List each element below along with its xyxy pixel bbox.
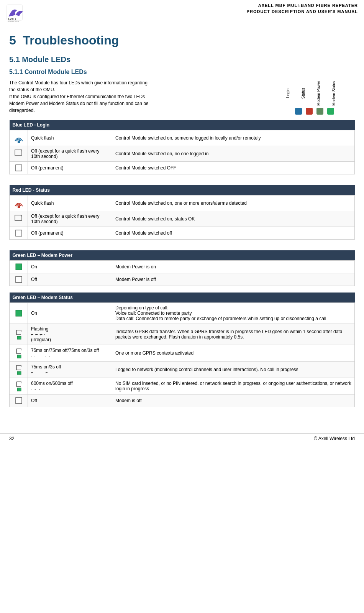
red-led-table: Red LED - Status Quick flash [9,185,355,240]
page-number: 32 [9,436,14,441]
green-status-flash-desc: Flashing ⌐¬⌐¬⌐¬ (irregular) [28,324,112,345]
table-row: Off (permanent) Control Module switched … [10,227,355,240]
green-bracket-600ms-svg [13,380,24,392]
red-empty-desc: Off (permanent) [28,227,112,240]
led-diagram: Login Status Modem Power Modem Status [286,81,343,115]
pulse-600ms: ⌐¬⌐¬⌐¬ [31,387,44,391]
intro-line4: Modem Power and Modem Status do not fill… [9,100,149,107]
green-power-header: Green LED – Modem Power [10,250,355,261]
green-status-600ms-icon [13,380,25,392]
intro-line5: disregarded. [9,107,149,114]
blue-led-header-row: Blue LED - Login [10,120,355,130]
svg-rect-14 [17,371,21,375]
svg-rect-10 [16,276,22,283]
intro-line1: The Control Module has four LEDs which g… [9,79,149,86]
blue-flash-icon [13,133,25,143]
red-flash-icon-cell [10,196,28,211]
red-bracket-desc: Off (except for a quick flash every 10th… [28,211,112,227]
table-row: Off (except for a quick flash every 10th… [10,146,355,162]
flash-label-main: Flashing [31,326,109,332]
green-status-on-icon [13,309,25,317]
intro-line2: the status of the OMU. [9,86,149,93]
page-content: 5 Troubleshooting 5.1 Module LEDs 5.1.1 … [0,24,364,426]
chapter-number: 5 [9,33,16,47]
blue-empty-desc: Off (permanent) [28,162,112,174]
led-label-login: Login [286,81,297,105]
blue-bracket-desc: Off (except for a quick flash every 10th… [28,146,112,162]
page-footer: 32 © Axell Wireless Ltd [0,433,364,444]
green-status-off-icon-cell [10,394,28,407]
red-led-header-row: Red LED - Status [10,185,355,196]
green-status-600ms-icon-cell [10,378,28,394]
table-row: Off Modem Power is off [10,273,355,286]
blue-empty-explain: Control Module switched OFF [112,162,355,174]
svg-text:AXELL: AXELL [8,18,17,21]
led-modem-power-indicator [316,108,323,115]
green-status-table: Green LED – Modem Status On Depending on… [9,293,355,407]
green-status-off-explain: Modem is off [112,394,355,407]
pulse-irregular: ⌐¬⌐¬⌐¬ [31,332,45,337]
green-status-on-explain: Depending on type of call: Voice call: C… [112,303,355,324]
table-row: Off Modem is off [10,394,355,407]
svg-rect-15 [17,388,21,391]
page-header: AXELL WIRELESS AXELL MBF MULI-BAND FIBRE… [0,0,364,24]
svg-rect-3 [18,141,20,143]
green-status-75ms-explain: One or more GPRS contexts activated [112,345,355,362]
green-power-on-explain: Modem Power is on [112,261,355,273]
green-status-75ms-3s-icon [13,364,25,375]
green-status-75ms-3s-desc: 75ms on/3s off ⌐ ⌐ [28,362,112,378]
green-power-off-explain: Modem Power is off [112,273,355,286]
red-empty-icon [13,229,25,237]
led-login-indicator [295,108,302,115]
header-text: AXELL MBF MULI-BAND FIBRE REPEATER PRODU… [247,3,358,14]
pulse-75ms: ⌐¬ ⌐¬ [31,354,56,358]
svg-rect-12 [17,336,21,339]
led-modem-status-indicator [327,108,334,115]
green-status-off-desc: Off [28,394,112,407]
chapter-heading: 5 Troubleshooting [9,33,355,48]
green-power-header-row: Green LED – Modem Power [10,250,355,261]
intro-line3: If the OMU is configured for Ethernet co… [9,93,149,100]
green-power-on-icon [13,263,25,271]
green-status-on-svg [15,309,23,317]
led-label-row: Login Status Modem Power Modem Status [286,81,343,105]
blue-bracket-icon [13,148,25,159]
red-led-header: Red LED - Status [10,185,355,196]
blue-led-table: Blue LED - Login [9,120,355,174]
green-bracket-75ms-svg [13,347,24,359]
table-row: On Depending on type of call: Voice call… [10,303,355,324]
desc-75ms-main: 75ms on/75ms off/75ms on/3s off [31,348,109,353]
led-label-modem-status: Modem Status [332,81,343,105]
table-row: Quick flash Control Module switched on, … [10,196,355,211]
blue-bracket-icon-cell [10,146,28,162]
desc-75ms-3s-main: 75ms on/3s off [31,364,109,370]
desc-600ms-main: 600ms on/600ms off [31,381,109,386]
blue-flash-icon-cell [10,130,28,146]
green-bracket-irregular-svg [13,329,24,340]
green-power-off-icon-cell [10,273,28,286]
green-status-75ms-icon-cell [10,345,28,362]
green-sq-svg [15,263,23,271]
led-status-indicator [306,108,313,115]
green-power-off-desc: Off [28,273,112,286]
blue-led-flash-icon [13,133,24,143]
led-circles-row [295,108,334,115]
blue-led-header: Blue LED - Login [10,120,355,130]
red-empty-explain: Control Module switched off [112,227,355,240]
chapter-title: Troubleshooting [23,33,119,47]
pulse-75ms-3s: ⌐ ⌐ [31,371,56,375]
axell-logo: AXELL WIRELESS [6,3,41,22]
green-status-600ms-desc: 600ms on/600ms off ⌐¬⌐¬⌐¬ [28,378,112,394]
footer-copyright: © Axell Wireless Ltd [314,436,355,441]
header-subtitle: PRODUCT DESCRIPTION AND USER'S MANUAL [247,9,358,14]
green-power-table: Green LED – Modem Power On Modem Power i… [9,250,355,286]
svg-rect-8 [16,230,22,236]
svg-rect-13 [17,355,21,358]
green-status-flash-icon-cell [10,324,28,345]
green-status-on-icon-cell [10,303,28,324]
green-status-75ms-3s-explain: Logged to network (monitoring control ch… [112,362,355,378]
green-status-75ms-icon [13,347,25,359]
red-flash-icon [13,198,25,209]
section-51-heading: 5.1 Module LEDs [9,55,355,64]
green-empty-sq-svg [15,276,23,283]
